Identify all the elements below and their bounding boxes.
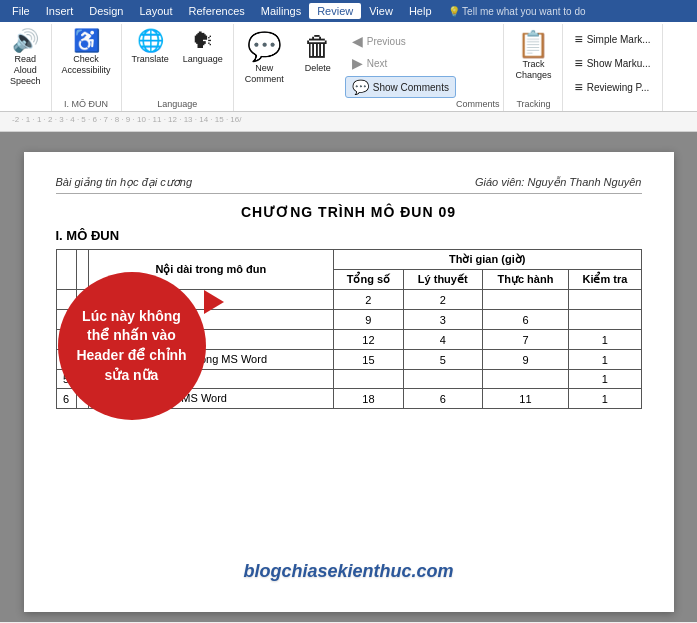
menu-help[interactable]: Help [401,3,440,19]
next-comment-button[interactable]: ▶ Next [345,52,456,74]
table-header-theory: Lý thuyết [403,270,482,290]
previous-icon: ◀ [352,33,363,49]
menu-view[interactable]: View [361,3,401,19]
menu-mailings[interactable]: Mailings [253,3,309,19]
tracking-group-label: Tracking [516,97,550,111]
track-changes-icon: 📋 [517,31,549,57]
check-accessibility-button[interactable]: ♿ CheckAccessibility [56,26,117,80]
watermark: blogchiasekienthuc.com [243,561,453,582]
menu-insert[interactable]: Insert [38,3,82,19]
show-comments-button[interactable]: 💬 Show Comments [345,76,456,98]
language-button[interactable]: 🗣 Language [177,26,229,68]
reviewing-pane-button[interactable]: ≡ Reviewing P... [567,76,658,98]
document-area: Lúc này không thể nhấn vào Header để chỉ… [0,132,697,622]
delete-icon: 🗑 [304,33,332,61]
table-header-num [56,250,76,290]
header-right: Giáo viên: Nguyễn Thanh Nguyên [475,176,642,189]
menu-file[interactable]: File [4,3,38,19]
table-header-exam: Kiểm tra [569,270,641,290]
new-comment-icon: 💬 [247,33,282,61]
track-changes-button[interactable]: 📋 TrackChanges [508,26,558,86]
language-group-label: Language [157,97,197,111]
table-header-practice: Thực hành [482,270,569,290]
ribbon: 🔊 ReadAloudSpeech ♿ CheckAccessibility I… [0,22,697,112]
table-row: Nội dài trong mô đun Thời gian (giờ) [56,250,641,270]
simple-markup-button[interactable]: ≡ Simple Mark... [567,28,658,50]
menu-design[interactable]: Design [81,3,131,19]
menu-tell-me[interactable]: 💡 Tell me what you want to do [440,4,693,19]
menu-bar: File Insert Design Layout References Mai… [0,0,697,22]
translate-button[interactable]: 🌐 Translate [126,26,175,68]
ribbon-group-speech: 🔊 ReadAloudSpeech [0,24,52,111]
translate-icon: 🌐 [137,30,164,52]
simple-markup-icon: ≡ [574,31,582,47]
table-header-total: Tổng số [333,270,403,290]
table-header-time: Thời gian (giờ) [333,250,641,270]
next-icon: ▶ [352,55,363,71]
document-title: CHƯƠNG TRÌNH MÔ ĐUN 09 [56,204,642,220]
ribbon-group-accessibility: ♿ CheckAccessibility I. MÔ ĐUN [52,24,122,111]
tooltip-bubble: Lúc này không thể nhấn vào Header để chỉ… [58,272,206,420]
document-header: Bài giảng tin học đại cương Giáo viên: N… [56,176,642,194]
read-aloud-button[interactable]: 🔊 ReadAloudSpeech [4,26,47,90]
menu-references[interactable]: References [181,3,253,19]
language-icon: 🗣 [192,30,214,52]
ribbon-group-markup: ≡ Simple Mark... ≡ Show Marku... ≡ Revie… [563,24,663,111]
header-left: Bài giảng tin học đại cương [56,176,193,189]
menu-review[interactable]: Review [309,3,361,19]
ruler: -2 · 1 · 1 · 2 · 3 · 4 · 5 · 6 · 7 · 8 ·… [0,112,697,132]
new-comment-button[interactable]: 💬 NewComment [238,28,291,90]
menu-layout[interactable]: Layout [132,3,181,19]
show-comments-icon: 💬 [352,79,369,95]
document-page: Lúc này không thể nhấn vào Header để chỉ… [24,152,674,612]
ribbon-group-comments: 💬 NewComment 🗑 Delete ◀ Previous ▶ Next [234,24,505,111]
comments-group-label: Comments [456,97,500,111]
show-markup-button[interactable]: ≡ Show Marku... [567,52,658,74]
ribbon-group-tracking: 📋 TrackChanges Tracking [504,24,563,111]
reviewing-pane-icon: ≡ [574,79,582,95]
document-subtitle: I. MÔ ĐUN [56,228,642,243]
accessibility-group-label: I. MÔ ĐUN [64,97,108,111]
speaker-icon: 🔊 [12,30,39,52]
table-header-empty [76,250,88,290]
accessibility-icon: ♿ [73,30,100,52]
show-markup-icon: ≡ [574,55,582,71]
previous-comment-button[interactable]: ◀ Previous [345,30,456,52]
delete-comment-button[interactable]: 🗑 Delete [293,28,343,90]
ribbon-group-language: 🌐 Translate 🗣 Language Language [122,24,234,111]
